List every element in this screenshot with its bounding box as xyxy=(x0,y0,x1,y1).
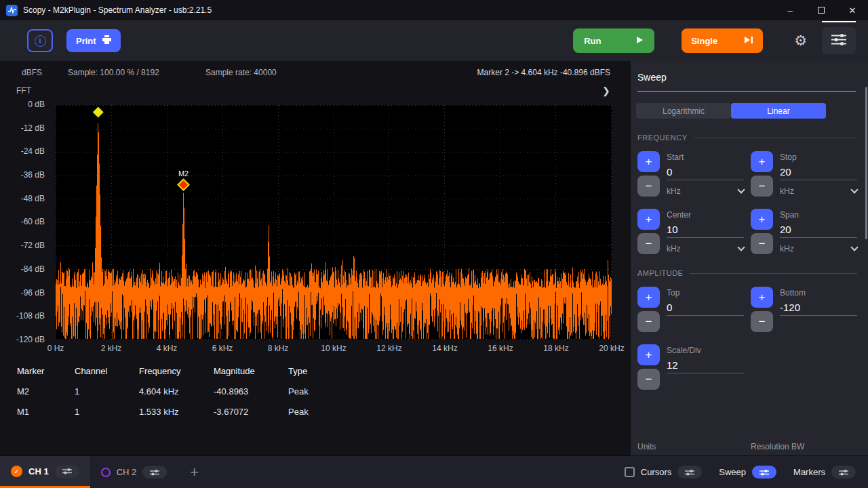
start-decrement-button[interactable]: − xyxy=(637,176,660,197)
start-increment-button[interactable]: + xyxy=(637,151,660,172)
print-button[interactable]: Print xyxy=(66,29,121,52)
sample-status: Sample: 100.00 % / 8192 xyxy=(68,68,159,77)
panel-scrollbar[interactable] xyxy=(865,87,867,239)
marker-table-cell: Peak xyxy=(288,407,342,417)
marker-table-header: Channel xyxy=(75,366,139,376)
center-decrement-button[interactable]: − xyxy=(637,233,660,254)
scale-div-increment-button[interactable]: + xyxy=(637,344,660,365)
center-unit-select[interactable]: kHz xyxy=(667,238,744,253)
span-control: + − Span 20 kHz xyxy=(751,209,857,254)
settings-menu-icon xyxy=(831,34,846,47)
chevron-right-icon: ❯ xyxy=(602,85,610,96)
span-decrement-button[interactable]: − xyxy=(751,233,773,254)
maximize-button[interactable] xyxy=(806,0,837,20)
start-label: Start xyxy=(667,151,744,162)
center-control: + − Center 10 kHz xyxy=(637,209,744,254)
gear-icon: ⚙ xyxy=(794,33,807,49)
scale-div-value-input[interactable]: 12 xyxy=(667,355,744,373)
scale-option-logarithmic[interactable]: Logarithmic xyxy=(636,103,731,119)
spectrum-canvas[interactable] xyxy=(56,105,612,340)
marker-table-cell: M2 xyxy=(17,386,75,396)
y-tick-label: -108 dB xyxy=(16,311,45,321)
cursors-settings-button[interactable] xyxy=(677,466,702,479)
check-icon: ✓ xyxy=(14,468,19,475)
scale-option-linear[interactable]: Linear xyxy=(731,103,826,119)
center-unit-value: kHz xyxy=(667,244,681,253)
single-button[interactable]: Single xyxy=(682,28,763,53)
start-unit-select[interactable]: kHz xyxy=(667,180,744,196)
span-increment-button[interactable]: + xyxy=(751,209,773,230)
x-tick-label: 6 kHz xyxy=(195,344,250,353)
app-window: Scopy - M2kPlugin - Spectrum Analyzer - … xyxy=(0,0,868,488)
x-tick-label: 0 Hz xyxy=(28,344,83,353)
fft-label: FFT xyxy=(16,86,31,96)
start-control: + − Start 0 kHz xyxy=(637,151,744,197)
top-control: + − Top 0 xyxy=(637,287,744,332)
start-value-input[interactable]: 0 xyxy=(667,162,744,180)
marker-table-cell: -3.67072 xyxy=(214,407,288,417)
span-value-input[interactable]: 20 xyxy=(780,220,857,238)
markers-settings-button[interactable] xyxy=(831,466,856,479)
markers-label: Markers xyxy=(793,467,825,477)
channel-1-tab[interactable]: ✓ CH 1 xyxy=(0,456,90,488)
top-decrement-button[interactable]: − xyxy=(637,311,660,332)
channel-2-disabled-icon[interactable] xyxy=(101,468,111,477)
bottom-value-input[interactable]: -120 xyxy=(780,298,857,316)
x-tick-label: 20 kHz xyxy=(585,344,631,353)
add-channel-button[interactable]: + xyxy=(190,456,199,488)
printer-icon xyxy=(102,35,111,46)
sweep-settings-button[interactable] xyxy=(752,466,776,479)
window-controls: – ✕ xyxy=(774,0,868,20)
bottom-increment-button[interactable]: + xyxy=(751,287,773,308)
collapse-panel-chevron[interactable]: ❯ xyxy=(602,85,610,96)
channel-1-settings-button[interactable] xyxy=(55,465,79,478)
cursors-checkbox[interactable] xyxy=(625,467,635,477)
span-label: Span xyxy=(780,209,857,220)
panel-toggle-button[interactable] xyxy=(822,27,856,54)
stop-increment-button[interactable]: + xyxy=(751,151,773,172)
y-tick-label: -24 dB xyxy=(21,146,45,156)
run-button[interactable]: Run xyxy=(573,28,654,53)
resolution-bw-label: Resolution BW xyxy=(751,442,857,451)
marker-table-cell: Peak xyxy=(288,386,342,396)
channel-2-tab[interactable]: CH 2 xyxy=(90,456,178,488)
marker-table-cell: 4.604 kHz xyxy=(139,386,214,396)
scale-div-decrement-button[interactable]: − xyxy=(637,369,660,390)
chevron-down-icon xyxy=(737,186,745,193)
preferences-gear-button[interactable]: ⚙ xyxy=(794,33,807,49)
stop-label: Stop xyxy=(780,151,857,162)
x-tick-label: 10 kHz xyxy=(307,344,361,353)
amplitude-controls: + − Top 0 + − Bottom -120 xyxy=(637,287,857,390)
center-label: Center xyxy=(667,209,744,220)
channel-2-settings-button[interactable] xyxy=(142,466,167,479)
top-increment-button[interactable]: + xyxy=(637,287,660,308)
toolbar: i Print Run Single ⚙ xyxy=(0,20,868,61)
channel-2-label: CH 2 xyxy=(117,467,137,477)
close-button[interactable]: ✕ xyxy=(837,0,868,20)
top-value-input[interactable]: 0 xyxy=(667,298,744,316)
stop-value-input[interactable]: 20 xyxy=(780,162,857,180)
skip-end-icon xyxy=(744,36,753,46)
info-icon: i xyxy=(35,35,46,47)
x-tick-label: 18 kHz xyxy=(529,344,583,353)
x-tick-label: 14 kHz xyxy=(418,344,472,353)
run-button-label: Run xyxy=(584,36,601,46)
stop-control: + − Stop 20 kHz xyxy=(751,151,857,197)
units-label: Units xyxy=(637,442,744,451)
center-value-input[interactable]: 10 xyxy=(667,220,744,238)
bottom-decrement-button[interactable]: − xyxy=(751,311,773,332)
stop-decrement-button[interactable]: − xyxy=(751,176,773,197)
amplitude-section-text: AMPLITUDE xyxy=(637,269,683,277)
y-axis-tick-labels: 0 dB-12 dB-24 dB-36 dB-48 dB-60 dB-72 dB… xyxy=(0,100,45,344)
bottom-label: Bottom xyxy=(780,287,857,298)
y-tick-label: -36 dB xyxy=(21,170,45,180)
span-unit-select[interactable]: kHz xyxy=(780,238,857,253)
stop-unit-select[interactable]: kHz xyxy=(780,180,857,196)
marker-table-cell: 1.533 kHz xyxy=(139,407,214,417)
y-tick-label: -12 dB xyxy=(21,123,45,133)
center-increment-button[interactable]: + xyxy=(637,209,660,230)
minimize-button[interactable]: – xyxy=(774,0,806,20)
channel-1-enabled-icon[interactable]: ✓ xyxy=(11,466,22,477)
info-button[interactable]: i xyxy=(27,29,53,52)
main-area: dBFS Sample: 100.00 % / 8192 Sample rate… xyxy=(0,61,868,455)
